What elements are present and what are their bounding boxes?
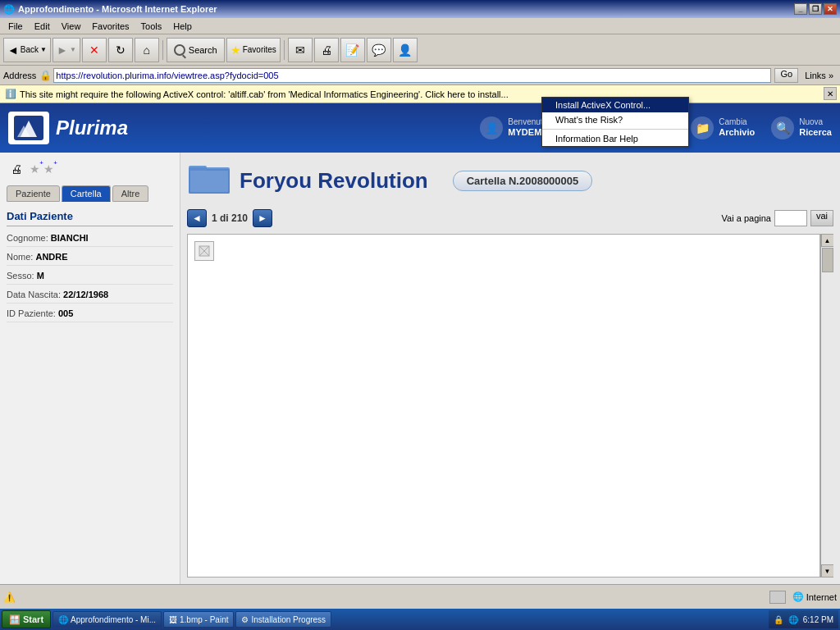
sesso-value: M — [37, 271, 44, 281]
context-menu-item-0[interactable]: Install ActiveX Control... — [542, 98, 688, 112]
start-button[interactable]: 🪟 Start — [2, 610, 51, 628]
menu-help[interactable]: Help — [168, 21, 197, 32]
tray-lock-icon: 🔒 — [774, 615, 783, 624]
taskbar: 🪟 Start 🌐 Approfondimento - Mi... 🖼 1.bm… — [0, 609, 840, 630]
navigation-bar: ◄ 1 di 210 ► Vai a pagina vai — [187, 209, 833, 227]
logo-text: Plurima — [56, 116, 128, 139]
nav-controls: ◄ 1 di 210 ► — [187, 209, 272, 227]
patient-info-title: Dati Paziente — [7, 210, 173, 226]
zone-icon: 🌐 — [792, 591, 804, 602]
user-icon: 👤 — [480, 116, 503, 139]
search-button[interactable]: Search — [167, 38, 225, 62]
welcome-section: 👤 Benvenuto MYDEMO — [480, 116, 549, 139]
svg-rect-6 — [189, 167, 230, 194]
taskbar-item-2[interactable]: ⚙ Installation Progress — [235, 611, 331, 628]
page-text: 1 di 210 — [212, 212, 248, 224]
forward-button[interactable]: ► ▼ — [52, 38, 80, 62]
minimize-button[interactable]: _ — [794, 3, 807, 15]
main-content-row: 🖨 ★ + ★ + Paziente Cartella Altre Dati P… — [0, 153, 840, 584]
field-nome: Nome: ANDRE — [7, 252, 173, 266]
star-icon-1: ★ + — [30, 162, 40, 176]
status-zone: 🌐 Internet — [792, 591, 837, 602]
go-button[interactable]: Go — [774, 68, 798, 83]
taskbar-item-0[interactable]: 🌐 Approfondimento - Mi... — [52, 611, 162, 628]
status-right: 🌐 Internet — [769, 591, 837, 604]
id-paziente-label: ID Paziente: — [7, 308, 56, 318]
search-sub: Ricerca — [799, 127, 832, 138]
status-lock-icon — [769, 591, 786, 604]
restore-button[interactable]: ❐ — [809, 3, 822, 15]
edit-button[interactable]: 📝 — [340, 38, 365, 62]
goto-input[interactable] — [774, 210, 807, 226]
window-icon: 🌐 — [3, 4, 15, 15]
cognome-value: BIANCHI — [51, 233, 89, 243]
tab-paziente[interactable]: Paziente — [7, 185, 60, 202]
separator-1 — [162, 40, 163, 60]
archive-label: Cambia — [719, 117, 755, 127]
info-text: This site might require the following Ac… — [20, 89, 509, 99]
info-bar[interactable]: ℹ️ This site might require the following… — [0, 85, 840, 103]
toolbar: ◄ Back ▼ ► ▼ ✕ ↻ ⌂ Search ★ Favorites ✉ … — [0, 34, 840, 66]
print-sidebar-icon[interactable]: 🖨 — [7, 159, 26, 179]
menu-edit[interactable]: Edit — [30, 21, 55, 32]
info-close-button[interactable]: ✕ — [824, 87, 837, 100]
close-button[interactable]: ✕ — [824, 3, 837, 15]
scroll-down-button[interactable]: ▼ — [821, 564, 834, 578]
search-new-icon: 🔍 — [771, 116, 794, 139]
goto-controls: Vai a pagina vai — [722, 210, 833, 226]
mail-button[interactable]: ✉ — [288, 38, 313, 62]
paint-icon: 🖼 — [169, 615, 177, 624]
goto-button[interactable]: vai — [810, 210, 833, 226]
back-button[interactable]: ◄ Back ▼ — [3, 38, 51, 62]
print-button[interactable]: 🖨 — [314, 38, 339, 62]
menu-view[interactable]: View — [57, 21, 86, 32]
sidebar-icons: 🖨 ★ + ★ + — [7, 159, 173, 179]
nome-value: ANDRE — [35, 252, 67, 262]
stop-button[interactable]: ✕ — [82, 38, 107, 62]
discuss-button[interactable]: 💬 — [367, 38, 391, 62]
nome-label: Nome: — [7, 252, 33, 262]
doc-image — [194, 241, 214, 261]
browser-content: Plurima 👤 Benvenuto MYDEMO ⚙ Cambia pass… — [0, 103, 840, 584]
links-button[interactable]: Links » — [801, 71, 837, 80]
favorites-button[interactable]: ★ Favorites — [226, 38, 281, 62]
new-search-button[interactable]: 🔍 Nuova Ricerca — [771, 116, 832, 139]
context-menu-item-3[interactable]: Information Bar Help — [542, 131, 688, 146]
patient-tabs: Paziente Cartella Altre — [7, 185, 173, 202]
field-sesso: Sesso: M — [7, 271, 173, 285]
address-input[interactable]: https://revolution.plurima.info/viewtree… — [53, 68, 771, 83]
scroll-up-button[interactable]: ▲ — [821, 234, 834, 247]
app-header: Plurima 👤 Benvenuto MYDEMO ⚙ Cambia pass… — [0, 103, 840, 153]
home-button[interactable]: ⌂ — [135, 38, 159, 62]
tab-cartella[interactable]: Cartella — [62, 185, 111, 202]
sidebar: 🖨 ★ + ★ + Paziente Cartella Altre Dati P… — [0, 153, 180, 584]
main-panel: Foryou Revolution Cartella N.2008000005 … — [180, 153, 840, 584]
prev-page-button[interactable]: ◄ — [187, 209, 207, 227]
refresh-button[interactable]: ↻ — [108, 38, 133, 62]
folder-icon — [187, 159, 231, 203]
change-archive-button[interactable]: 📁 Cambia Archivio — [691, 116, 755, 139]
scroll-track[interactable] — [821, 247, 834, 564]
menu-file[interactable]: File — [3, 21, 28, 32]
scroll-thumb[interactable] — [822, 248, 833, 272]
search-icon — [174, 44, 185, 56]
start-icon: 🪟 — [9, 614, 21, 625]
field-cognome: Cognome: BIANCHI — [7, 233, 173, 247]
zone-label: Internet — [806, 592, 837, 602]
context-menu-item-1[interactable]: What's the Risk? — [542, 112, 688, 127]
cartella-badge: Cartella N.2008000005 — [453, 171, 593, 191]
menu-favorites[interactable]: Favorites — [87, 21, 134, 32]
ie-icon: 🌐 — [58, 615, 68, 624]
status-warning-icon: ⚠️ — [3, 591, 16, 603]
tab-altre[interactable]: Altre — [112, 185, 149, 202]
next-page-button[interactable]: ► — [253, 209, 272, 227]
data-nascita-value: 22/12/1968 — [63, 290, 108, 299]
install-icon: ⚙ — [241, 615, 249, 624]
foryou-header: Foryou Revolution Cartella N.2008000005 — [187, 159, 833, 203]
context-menu: Install ActiveX Control... What's the Ri… — [541, 97, 689, 147]
menu-tools[interactable]: Tools — [136, 21, 167, 32]
tray-network-icon: 🌐 — [788, 615, 798, 624]
goto-label: Vai a pagina — [722, 213, 771, 223]
taskbar-item-1[interactable]: 🖼 1.bmp - Paint — [163, 611, 234, 628]
messenger-button[interactable]: 👤 — [393, 38, 418, 62]
